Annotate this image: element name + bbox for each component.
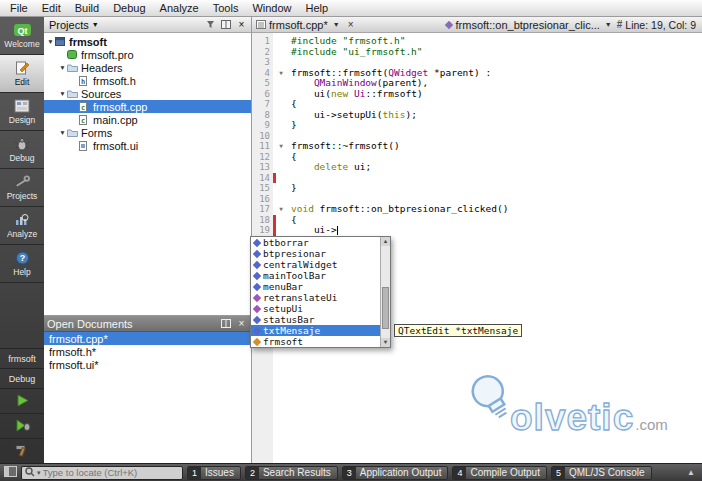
expander-icon[interactable]: ▼ (58, 90, 67, 97)
expander-icon[interactable]: ▼ (58, 129, 67, 136)
pane-button-qml-js-console[interactable]: 5QML/JS Console (551, 466, 652, 480)
open-document-frmsoft-ui[interactable]: frmsoft.ui* (44, 358, 251, 371)
projects-panel-title: Projects (49, 19, 89, 31)
chevron-down-icon[interactable]: ▼ (603, 21, 614, 28)
completion-item-btborrar[interactable]: btborrar (251, 237, 380, 248)
fold-col-empty (276, 99, 286, 110)
expander-icon[interactable]: ▼ (46, 38, 55, 45)
completion-item-menubar[interactable]: menuBar (251, 281, 380, 292)
code-line-14[interactable]: 14 (252, 173, 702, 184)
filter-icon[interactable] (203, 19, 217, 31)
completion-item-btpresionar[interactable]: btpresionar (251, 248, 380, 259)
target-build-config-selector[interactable]: Debug (0, 368, 44, 388)
mode-projects[interactable]: Projects (0, 169, 44, 207)
text-cursor (337, 226, 338, 235)
line-number: 17 (252, 204, 273, 215)
open-document-frmsoft-cpp[interactable]: frmsoft.cpp* (44, 332, 251, 345)
completion-item-frmsoft[interactable]: frmsoft (251, 336, 380, 347)
menu-item-edit[interactable]: Edit (35, 1, 68, 15)
pane-button-label: Compile Output (470, 467, 539, 478)
symbol-combo[interactable]: frmsoft::on_btpresionar_clic... (456, 19, 600, 31)
completion-item-retranslateui[interactable]: retranslateUi (251, 292, 380, 303)
completion-item-txtmensaje[interactable]: txtMensaje (251, 325, 380, 336)
code-line-15[interactable]: 15} (252, 183, 702, 194)
code-line-8[interactable]: 8 ui->setupUi(this); (252, 110, 702, 121)
sidebar-toggle-icon[interactable] (4, 466, 17, 479)
scrollbar-thumb[interactable] (382, 287, 389, 328)
menu-item-help[interactable]: Help (299, 1, 336, 15)
tree-item-frmsoft[interactable]: ▼frmsoft (44, 35, 251, 48)
document-list-icon[interactable] (256, 19, 266, 31)
fold-marker-icon[interactable]: ▼ (276, 204, 286, 215)
close-panel-icon[interactable]: × (235, 319, 248, 329)
pane-button-compile-output[interactable]: 4Compile Output (452, 466, 546, 480)
pane-number-badge: 4 (453, 467, 466, 479)
menu-item-file[interactable]: File (3, 1, 35, 15)
open-document-frmsoft-h[interactable]: frmsoft.h* (44, 345, 251, 358)
close-document-icon[interactable]: × (345, 19, 357, 30)
tree-item-frmsoft-pro[interactable]: frmsoft.pro (44, 48, 251, 61)
tree-item-forms[interactable]: ▼Forms (44, 126, 251, 139)
tree-item-main-cpp[interactable]: cmain.cpp (44, 113, 251, 126)
tree-item-frmsoft-ui[interactable]: frmsoft.ui (44, 139, 251, 152)
pane-button-issues[interactable]: 1Issues (187, 466, 241, 480)
code-line-9[interactable]: 9} (252, 120, 702, 131)
line-number: 12 (252, 152, 273, 163)
mode-help[interactable]: ?Help (0, 245, 44, 283)
completion-item-statusbar[interactable]: statusBar (251, 314, 380, 325)
mode-welcome[interactable]: QtWelcome (0, 17, 44, 55)
tree-item-frmsoft-h[interactable]: hfrmsoft.h (44, 74, 251, 87)
mode-edit[interactable]: Edit (0, 55, 44, 93)
code-line-2[interactable]: 2#include "ui_frmsoft.h" (252, 47, 702, 58)
cursor-position-label: Line: 19, Col: 9 (625, 19, 698, 31)
panel-selector-combo[interactable]: Projects ▼ (47, 19, 101, 31)
mode-design[interactable]: Design (0, 93, 44, 131)
tree-item-sources[interactable]: ▼Sources (44, 87, 251, 100)
document-tab-label[interactable]: frmsoft.cpp* (269, 19, 328, 31)
completion-item-setupui[interactable]: setupUi (251, 303, 380, 314)
menu-item-build[interactable]: Build (68, 1, 106, 15)
completion-item-maintoolbar[interactable]: mainToolBar (251, 270, 380, 281)
build-button[interactable] (0, 438, 44, 463)
chevron-down-icon: ▼ (92, 21, 99, 28)
pane-button-search-results[interactable]: 2Search Results (245, 466, 338, 480)
tree-item-label: frmsoft.cpp (92, 101, 147, 113)
locator[interactable]: ▾ (21, 466, 183, 480)
menu-item-window[interactable]: Window (245, 1, 298, 15)
mode-analyze[interactable]: Analyze (0, 207, 44, 245)
code-line-11[interactable]: 11▼frmsoft::~frmsoft() (252, 141, 702, 152)
code-line-13[interactable]: 13 delete ui; (252, 162, 702, 173)
split-icon[interactable] (219, 19, 233, 31)
completion-scrollbar[interactable]: ▲ ▼ (380, 237, 390, 347)
scroll-down-icon[interactable]: ▼ (381, 338, 390, 347)
line-number: 18 (252, 215, 273, 226)
split-icon[interactable] (219, 318, 233, 330)
code-line-6[interactable]: 6 ui(new Ui::frmsoft) (252, 89, 702, 100)
tree-item-headers[interactable]: ▼Headers (44, 61, 251, 74)
chevron-down-icon[interactable]: ▾ (37, 469, 41, 477)
pane-button-application-output[interactable]: 3Application Output (342, 466, 449, 480)
chevron-down-icon[interactable]: ▼ (331, 21, 342, 28)
close-panel-icon[interactable]: × (235, 20, 248, 30)
code-line-19[interactable]: 19 ui-> (252, 225, 702, 236)
code-line-17[interactable]: 17▼void frmsoft::on_btpresionar_clicked(… (252, 204, 702, 215)
debug-run-button[interactable] (0, 413, 44, 438)
watermark-tld: .com (635, 416, 668, 433)
menu-item-tools[interactable]: Tools (206, 1, 246, 15)
fold-marker-icon[interactable]: ▼ (276, 68, 286, 79)
run-button[interactable] (0, 388, 44, 413)
scrollbar-track[interactable] (381, 246, 390, 338)
tree-item-frmsoft-cpp[interactable]: cfrmsoft.cpp (44, 100, 251, 113)
completion-popup: btborrarbtpresionarcentralWidgetmainTool… (250, 236, 391, 348)
scroll-up-icon[interactable]: ▲ (381, 237, 390, 246)
fold-marker-icon[interactable]: ▼ (276, 141, 286, 152)
chevron-up-icon[interactable]: ▲ (687, 468, 698, 477)
menu-item-analyze[interactable]: Analyze (153, 1, 206, 15)
completion-item-centralwidget[interactable]: centralWidget (251, 259, 380, 270)
fold-col-empty (276, 162, 286, 173)
menu-item-debug[interactable]: Debug (106, 1, 152, 15)
expander-icon[interactable]: ▼ (58, 64, 67, 71)
locator-input[interactable] (43, 467, 173, 478)
target-project-selector[interactable]: frmsoft (0, 348, 44, 368)
mode-debug[interactable]: Debug (0, 131, 44, 169)
